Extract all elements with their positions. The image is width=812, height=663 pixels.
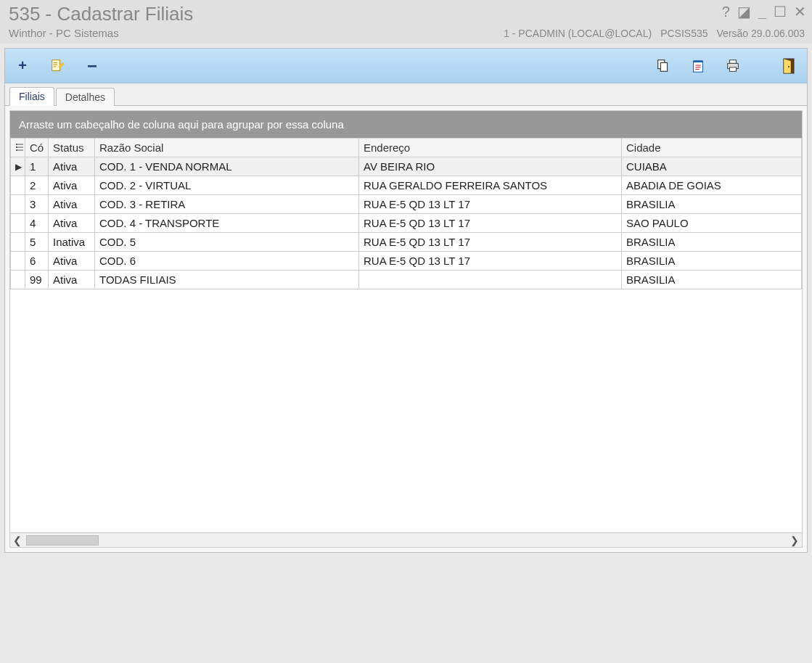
- main-panel: + −: [4, 48, 808, 553]
- cell-endereco[interactable]: RUA E-5 QD 13 LT 17: [359, 195, 622, 214]
- module-code: PCSIS535: [660, 28, 708, 39]
- cell-cidade[interactable]: BRASILIA: [622, 252, 802, 271]
- table-row[interactable]: ▶1AtivaCOD. 1 - VENDA NORMALAV BEIRA RIO…: [11, 157, 802, 176]
- cell-cidade[interactable]: SAO PAULO: [622, 214, 802, 233]
- cell-cod[interactable]: 5: [25, 233, 49, 252]
- print-button[interactable]: [723, 56, 743, 76]
- row-indicator: [11, 195, 25, 214]
- cell-razao[interactable]: COD. 6: [95, 252, 359, 271]
- cell-status[interactable]: Ativa: [49, 157, 95, 176]
- svg-rect-6: [694, 61, 703, 72]
- edit-document-icon: [49, 58, 65, 74]
- add-button[interactable]: +: [12, 56, 33, 76]
- minimize-icon[interactable]: _: [758, 4, 766, 19]
- cell-endereco[interactable]: AV BEIRA RIO: [359, 157, 622, 176]
- column-header-razao[interactable]: Razão Social: [95, 139, 359, 157]
- edit-button[interactable]: [47, 56, 67, 76]
- cell-status[interactable]: Ativa: [49, 176, 95, 195]
- user-info: 1 - PCADMIN (LOCAL@LOCAL): [504, 28, 652, 39]
- cell-razao[interactable]: TODAS FILIAIS: [95, 271, 359, 289]
- toolbar: + −: [5, 49, 807, 83]
- notepad-icon: [690, 58, 706, 74]
- cell-cod[interactable]: 1: [25, 157, 49, 176]
- table-row[interactable]: 3AtivaCOD. 3 - RETIRARUA E-5 QD 13 LT 17…: [11, 195, 802, 214]
- cell-status[interactable]: Ativa: [49, 195, 95, 214]
- cell-endereco[interactable]: RUA GERALDO FERREIRA SANTOS: [359, 176, 622, 195]
- table-row[interactable]: 99AtivaTODAS FILIAISBRASILIA: [11, 271, 802, 289]
- cell-endereco[interactable]: RUA E-5 QD 13 LT 17: [359, 214, 622, 233]
- table-row[interactable]: 2AtivaCOD. 2 - VIRTUALRUA GERALDO FERREI…: [11, 176, 802, 195]
- table-row[interactable]: 4AtivaCOD. 4 - TRANSPORTERUA E-5 QD 13 L…: [11, 214, 802, 233]
- cell-status[interactable]: Inativa: [49, 233, 95, 252]
- row-indicator: [11, 233, 25, 252]
- close-icon[interactable]: ✕: [794, 4, 806, 19]
- tab-detalhes[interactable]: Detalhes: [56, 88, 115, 106]
- group-by-bar[interactable]: Arraste um cabeçalho de coluna aqui para…: [10, 111, 802, 138]
- table-row[interactable]: 5InativaCOD. 5RUA E-5 QD 13 LT 17BRASILI…: [11, 233, 802, 252]
- cell-endereco[interactable]: [359, 271, 622, 289]
- window-controls: ? ◪ _ ☐ ✕: [722, 4, 806, 19]
- svg-point-16: [788, 66, 790, 67]
- cell-razao[interactable]: COD. 4 - TRANSPORTE: [95, 214, 359, 233]
- cell-cidade[interactable]: BRASILIA: [622, 233, 802, 252]
- cell-cod[interactable]: 99: [25, 271, 49, 289]
- cell-status[interactable]: Ativa: [49, 271, 95, 289]
- column-header-cod[interactable]: Có: [25, 139, 49, 157]
- row-indicator: [11, 252, 25, 271]
- scroll-right-icon[interactable]: ❯: [790, 535, 799, 546]
- cell-cod[interactable]: 6: [25, 252, 49, 271]
- cell-cidade[interactable]: BRASILIA: [622, 195, 802, 214]
- header-row: Có Status Razão Social Endereço Cidade: [11, 139, 802, 157]
- svg-rect-11: [729, 59, 736, 63]
- svg-rect-13: [729, 67, 736, 71]
- notes-button[interactable]: [688, 56, 708, 76]
- cell-razao[interactable]: COD. 2 - VIRTUAL: [95, 176, 359, 195]
- maximize-icon[interactable]: ☐: [774, 4, 787, 19]
- cell-status[interactable]: Ativa: [49, 214, 95, 233]
- version-info: Versão 29.0.06.003: [717, 28, 805, 39]
- exit-door-icon: [782, 57, 797, 75]
- scroll-left-icon[interactable]: ❮: [13, 535, 22, 546]
- row-indicator: [11, 271, 25, 289]
- cell-cod[interactable]: 4: [25, 214, 49, 233]
- cell-cod[interactable]: 3: [25, 195, 49, 214]
- row-indicator: [11, 214, 25, 233]
- title-bar: 535 - Cadastrar Filiais Winthor - PC Sis…: [0, 0, 812, 44]
- cell-endereco[interactable]: RUA E-5 QD 13 LT 17: [359, 252, 622, 271]
- cell-endereco[interactable]: RUA E-5 QD 13 LT 17: [359, 233, 622, 252]
- tab-filiais[interactable]: Filiais: [9, 87, 54, 106]
- printer-icon: [725, 58, 741, 74]
- column-chooser-icon: [15, 143, 24, 152]
- data-grid[interactable]: Có Status Razão Social Endereço Cidade ▶…: [10, 138, 802, 532]
- help-icon[interactable]: ?: [722, 4, 730, 19]
- column-header-status[interactable]: Status: [49, 139, 95, 157]
- cell-razao[interactable]: COD. 1 - VENDA NORMAL: [95, 157, 359, 176]
- column-header-cidade[interactable]: Cidade: [622, 139, 802, 157]
- cell-razao[interactable]: COD. 5: [95, 233, 359, 252]
- copy-button[interactable]: [653, 56, 673, 76]
- scroll-thumb[interactable]: [26, 535, 99, 545]
- cell-cidade[interactable]: ABADIA DE GOIAS: [622, 176, 802, 195]
- column-selector[interactable]: [11, 139, 25, 157]
- svg-point-22: [16, 149, 17, 151]
- copy-icon: [655, 58, 671, 74]
- svg-point-21: [16, 147, 17, 148]
- cell-cidade[interactable]: BRASILIA: [622, 271, 802, 289]
- scroll-track[interactable]: [26, 535, 786, 545]
- restore-icon[interactable]: ◪: [737, 4, 751, 19]
- cell-razao[interactable]: COD. 3 - RETIRA: [95, 195, 359, 214]
- window-title: 535 - Cadastrar Filiais: [9, 3, 803, 25]
- cell-cod[interactable]: 2: [25, 176, 49, 195]
- tab-bar: Filiais Detalhes: [5, 83, 807, 106]
- cell-cidade[interactable]: CUIABA: [622, 157, 802, 176]
- column-header-endereco[interactable]: Endereço: [359, 139, 622, 157]
- table-row[interactable]: 6AtivaCOD. 6RUA E-5 QD 13 LT 17BRASILIA: [11, 252, 802, 271]
- row-indicator: [11, 176, 25, 195]
- cell-status[interactable]: Ativa: [49, 252, 95, 271]
- svg-rect-0: [52, 59, 60, 70]
- horizontal-scrollbar[interactable]: ❮ ❯: [10, 532, 802, 547]
- exit-button[interactable]: [779, 56, 800, 76]
- remove-button[interactable]: −: [82, 56, 102, 76]
- svg-marker-15: [784, 59, 791, 73]
- svg-point-20: [16, 144, 17, 145]
